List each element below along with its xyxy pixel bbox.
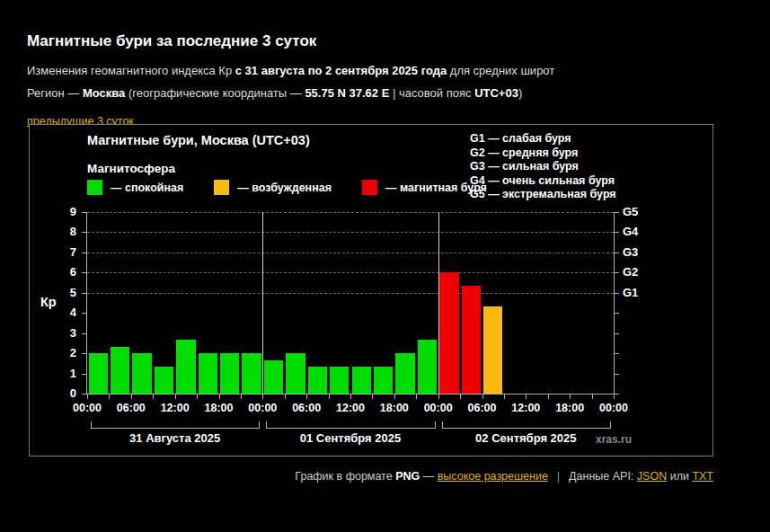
- footer-api-label: Данные API:: [569, 470, 637, 483]
- kp-bar: [89, 353, 108, 394]
- right-axis-tick: [614, 313, 619, 314]
- x-tick-label: 00:00: [417, 402, 460, 414]
- x-tick-label: 00:00: [592, 402, 635, 414]
- region-suffix: ): [518, 86, 522, 100]
- y-axis-tick: [82, 293, 87, 294]
- legend-swatch-quiet: [87, 180, 102, 195]
- x-tick-label: 12:00: [329, 402, 372, 414]
- x-axis-tick: [394, 394, 395, 399]
- right-axis-tick: [614, 333, 619, 334]
- region-coords: 55.75 N 37.62 E: [305, 86, 389, 100]
- region-city: Москва: [83, 86, 125, 100]
- g-level-label-g2: G2: [623, 265, 638, 279]
- x-axis-tick: [372, 394, 373, 399]
- g-level-label-g4: G4: [623, 225, 638, 238]
- x-axis-tick: [241, 394, 242, 399]
- kp-plot-area: 0123456789КрG1G2G3G4G500:0006:0012:0018:…: [86, 212, 615, 395]
- y-tick-label: 3: [58, 326, 76, 340]
- x-tick-label: 00:00: [241, 402, 284, 414]
- gridline-kp9: [87, 212, 614, 213]
- x-axis-tick: [614, 394, 615, 399]
- footer-format: PNG: [395, 470, 420, 483]
- chart-box: Магнитные бури, Москва (UTC+03) Магнитос…: [29, 124, 713, 457]
- page-header: Магнитные бури за последние 3 суток Изме…: [27, 0, 737, 129]
- txt-api-link[interactable]: TXT: [692, 470, 713, 483]
- gridline-kp7: [87, 253, 614, 253]
- x-tick-label: 00:00: [66, 402, 109, 414]
- y-axis-tick: [82, 232, 87, 233]
- subtitle-daterange: с 31 августа по 2 сентября 2025 года: [235, 64, 447, 77]
- kp-bar: [242, 353, 261, 394]
- x-axis-tick: [526, 394, 527, 399]
- right-axis-tick: [614, 272, 619, 273]
- json-api-link[interactable]: JSON: [637, 470, 667, 483]
- g-level-label-g1: G1: [623, 286, 638, 299]
- day-bracket: [91, 421, 260, 429]
- x-tick-label: 06:00: [110, 402, 153, 414]
- legend-item-storm: — магнитная буря: [362, 180, 487, 195]
- g-legend-line-1: G1 — слабая буря: [470, 132, 616, 146]
- region-mid1: (географические координаты —: [125, 86, 305, 100]
- right-axis-tick: [614, 212, 619, 213]
- legend-swatch-excited: [214, 180, 229, 195]
- y-tick-label: 5: [58, 286, 76, 299]
- kp-bar: [462, 286, 481, 394]
- kp-bar: [220, 353, 239, 394]
- kp-bar: [132, 353, 151, 394]
- y-tick-label: 6: [58, 265, 76, 279]
- y-axis-tick: [82, 253, 87, 253]
- gridline-kp5: [87, 293, 614, 294]
- y-tick-label: 1: [58, 367, 76, 380]
- x-tick-label: 18:00: [548, 402, 591, 414]
- y-tick-label: 0: [58, 386, 76, 400]
- kp-bar: [439, 272, 458, 394]
- footer-label: График в формате: [295, 470, 395, 483]
- legend-item-quiet: — спокойная: [87, 180, 183, 195]
- x-axis-tick: [306, 394, 307, 399]
- subtitle-suffix: для средних широт: [447, 64, 554, 77]
- right-axis-tick: [614, 374, 619, 375]
- legend-title: Магнитосфера: [87, 162, 175, 175]
- kp-bar: [395, 353, 414, 394]
- y-axis-tick: [82, 272, 87, 273]
- footer-or: или: [667, 470, 692, 483]
- high-res-link[interactable]: высокое разрешение: [438, 470, 548, 483]
- x-axis-tick: [504, 394, 505, 399]
- x-axis-tick: [109, 394, 110, 399]
- legend-item-excited: — возбужденная: [214, 180, 332, 195]
- xras-watermark: xras.ru: [596, 433, 632, 446]
- day-bracket: [266, 421, 435, 429]
- x-axis-tick: [438, 394, 439, 399]
- kp-bar: [483, 306, 502, 394]
- x-axis-tick: [175, 394, 176, 399]
- x-tick-label: 12:00: [504, 402, 547, 414]
- x-tick-label: 06:00: [285, 402, 328, 414]
- x-axis-tick: [131, 394, 132, 399]
- x-axis-tick: [482, 394, 483, 399]
- kp-bar: [264, 360, 283, 394]
- page-title: Магнитные бури за последние 3 суток: [27, 0, 737, 50]
- x-tick-label: 18:00: [373, 402, 416, 414]
- right-axis-tick: [614, 253, 619, 253]
- y-tick-label: 2: [58, 346, 76, 359]
- y-tick-label: 9: [58, 205, 76, 218]
- x-axis-tick: [285, 394, 286, 399]
- page: Магнитные бури за последние 3 суток Изме…: [0, 0, 770, 532]
- chart-title: Магнитные бури, Москва (UTC+03): [87, 133, 310, 147]
- x-axis-tick: [219, 394, 220, 399]
- subtitle-line: Изменения геомагнитного индекса Кр с 31 …: [27, 64, 737, 78]
- legend-label-quiet: — спокойная: [111, 182, 183, 194]
- date-label: 02 Сентября 2025: [438, 431, 614, 445]
- right-axis-tick: [614, 293, 619, 294]
- x-axis-tick: [329, 394, 330, 399]
- kp-bar: [418, 340, 437, 394]
- x-axis-tick: [153, 394, 154, 399]
- x-tick-label: 06:00: [461, 402, 504, 414]
- y-axis-tick: [82, 353, 87, 354]
- x-axis-tick: [350, 394, 351, 399]
- kp-bar: [111, 347, 129, 394]
- subtitle-prefix: Изменения геомагнитного индекса Кр: [27, 64, 235, 77]
- kp-bar: [199, 353, 217, 394]
- x-axis-tick: [197, 394, 198, 399]
- y-axis-tick: [82, 374, 87, 375]
